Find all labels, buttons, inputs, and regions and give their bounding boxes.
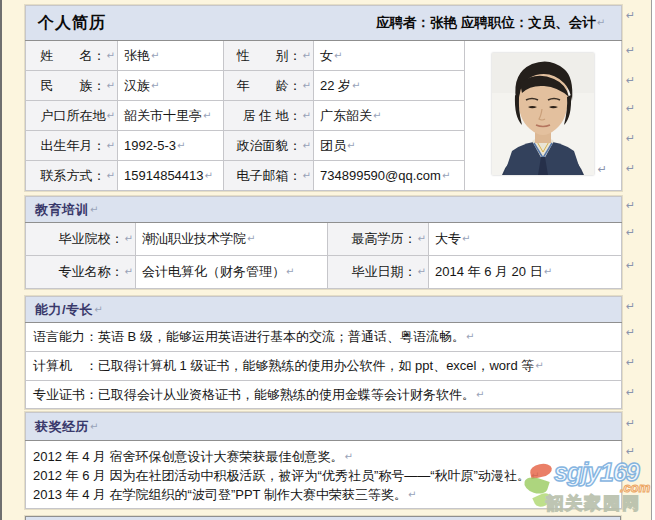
education-section-bar: 教育培训↵ <box>26 197 622 223</box>
field-label-age: 年 龄：↵ <box>224 71 314 101</box>
cell-end-mark-icon: ↵ <box>302 170 312 181</box>
field-label-school: 毕业院校：↵ <box>26 223 136 256</box>
photo-cell: ↵ <box>465 41 622 191</box>
cell-end-mark-icon: ↵ <box>106 170 116 181</box>
table-row: 2012 年 4 月 宿舍环保创意设计大赛荣获最佳创意奖。↵ 2012 年 6 … <box>26 441 622 509</box>
ability-certificate: 专业证书：已取得会计从业资格证书，能够熟练的使用金蝶等会计财务软件。↵ <box>26 381 622 409</box>
table-row: 毕业院校：↵ 潮汕职业技术学院↵ 最高学历：↵ 大专↵ <box>26 223 622 256</box>
field-value-major: 会计电算化（财务管理）↵ <box>136 256 328 289</box>
field-value-political-status: 团员↵ <box>314 131 465 161</box>
row-end-mark: ↵ <box>626 163 635 174</box>
cell-end-mark-icon: ↵ <box>202 110 212 121</box>
table-row: 姓 名：↵ 张艳↵ 性 别：↵ 女↵ <box>26 41 622 71</box>
window-left-edge <box>0 0 2 520</box>
cell-end-mark-icon: ↵ <box>372 110 382 121</box>
cell-end-mark-icon: ↵ <box>598 163 607 176</box>
field-value-degree: 大专↵ <box>429 223 622 256</box>
cell-end-mark-icon: ↵ <box>475 389 485 400</box>
portrait-photo-graphic <box>492 53 594 175</box>
field-value-birthdate: 1992-5-3↵ <box>118 131 224 161</box>
field-value-household: 韶关市十里亭↵ <box>118 101 224 131</box>
field-label-ethnicity: 民 族：↵ <box>26 71 118 101</box>
section-title-abilities: 能力/专长 <box>27 302 93 317</box>
cell-end-mark-icon: ↵ <box>344 451 354 462</box>
cell-end-mark-icon: ↵ <box>351 80 361 91</box>
row-end-mark: ↵ <box>626 327 635 338</box>
cell-end-mark-icon: ↵ <box>285 266 295 277</box>
cell-end-mark-icon: ↵ <box>543 266 553 277</box>
field-value-gender: 女↵ <box>314 41 465 71</box>
row-end-mark: ↵ <box>626 260 635 271</box>
cell-end-mark-icon: ↵ <box>106 80 116 91</box>
paragraph-mark-icon: ↵ <box>89 204 99 215</box>
cell-end-mark-icon: ↵ <box>106 50 116 61</box>
cell-end-mark-icon: ↵ <box>302 110 312 121</box>
paragraph-mark-icon: ↵ <box>89 421 99 432</box>
abilities-section-bar: 能力/专长↵ <box>26 297 622 323</box>
row-end-mark: ↵ <box>626 75 635 86</box>
section-title-education: 教育培训 <box>27 202 89 217</box>
cell-end-mark-icon: ↵ <box>204 170 214 181</box>
applicant-line: 应聘者：张艳 应聘职位：文员、会计↵ <box>376 14 620 32</box>
field-value-name: 张艳↵ <box>118 41 224 71</box>
cell-end-mark-icon: ↵ <box>346 140 356 151</box>
field-label-email: 电子邮箱：↵ <box>224 161 314 191</box>
cell-end-mark-icon: ↵ <box>150 80 160 91</box>
cell-end-mark-icon: ↵ <box>333 50 343 61</box>
field-value-school: 潮汕职业技术学院↵ <box>136 223 328 256</box>
cell-end-mark-icon: ↵ <box>417 233 427 244</box>
row-end-mark: ↵ <box>626 133 635 144</box>
cell-end-mark-icon: ↵ <box>150 50 160 61</box>
field-value-ethnicity: 汉族↵ <box>118 71 224 101</box>
field-value-age: 22 岁↵ <box>314 71 465 101</box>
row-end-mark: ↵ <box>626 200 635 211</box>
table-row: 语言能力：英语 B 级，能够运用英语进行基本的交流；普通话、粤语流畅。↵ <box>26 323 622 352</box>
field-label-residence: 居 住 地：↵ <box>224 101 314 131</box>
field-value-phone: 15914854413↵ <box>118 161 224 191</box>
row-end-mark: ↵ <box>626 227 635 238</box>
row-end-mark: ↵ <box>626 301 635 312</box>
cell-end-mark-icon: ↵ <box>302 50 312 61</box>
cell-end-mark-icon: ↵ <box>530 470 540 481</box>
window-right-strip <box>651 0 655 520</box>
section-title-awards: 获奖经历 <box>27 419 89 434</box>
row-end-mark: ↵ <box>626 418 635 429</box>
paragraph-mark-icon: ↵ <box>596 17 606 28</box>
row-end-mark: ↵ <box>626 10 635 21</box>
row-end-mark: ↵ <box>626 357 635 368</box>
id-photo <box>492 53 594 175</box>
table-row: 专业名称：↵ 会计电算化（财务管理）↵ 毕业日期：↵ 2014 年 6 月 20… <box>26 256 622 289</box>
awards-content: 2012 年 4 月 宿舍环保创意设计大赛荣获最佳创意奖。↵ 2012 年 6 … <box>26 441 622 509</box>
field-label-political-status: 政治面貌：↵ <box>224 131 314 161</box>
resume-header-bar: 个人简历 应聘者：张艳 应聘职位：文员、会计↵ <box>26 6 622 41</box>
watermark-tld: .com <box>620 480 650 495</box>
cell-end-mark-icon: ↵ <box>302 80 312 91</box>
field-label-major: 专业名称：↵ <box>26 256 136 289</box>
cell-end-mark-icon: ↵ <box>461 233 471 244</box>
row-end-mark: ↵ <box>626 446 635 457</box>
row-end-mark: ↵ <box>626 387 635 398</box>
award-line: 2012 年 4 月 宿舍环保创意设计大赛荣获最佳创意奖。↵ <box>33 447 620 466</box>
next-section-sliver <box>25 516 621 520</box>
cell-end-mark-icon: ↵ <box>407 489 417 500</box>
cell-end-mark-icon: ↵ <box>176 140 186 151</box>
field-label-gender: 性 别：↵ <box>224 41 314 71</box>
field-label-phone: 联系方式：↵ <box>26 161 118 191</box>
awards-section-bar: 获奖经历↵ <box>26 413 622 441</box>
cell-end-mark-icon: ↵ <box>246 233 256 244</box>
cell-end-mark-icon: ↵ <box>302 140 312 151</box>
field-value-email: 734899590@qq.com↵ <box>314 161 465 191</box>
table-row: 专业证书：已取得会计从业资格证书，能够熟练的使用金蝶等会计财务软件。↵ <box>26 381 622 409</box>
cell-end-mark-icon: ↵ <box>465 331 475 342</box>
cell-end-mark-icon: ↵ <box>106 110 116 121</box>
row-end-mark: ↵ <box>626 45 635 56</box>
cell-end-mark-icon: ↵ <box>124 233 134 244</box>
row-end-mark: ↵ <box>626 103 635 114</box>
field-label-name: 姓 名：↵ <box>26 41 118 71</box>
education-table: 教育培训↵ 毕业院校：↵ 潮汕职业技术学院↵ 最高学历：↵ 大专↵ 专业名称：↵… <box>25 196 622 289</box>
personal-info-table: 个人简历 应聘者：张艳 应聘职位：文员、会计↵ 姓 名：↵ 张艳↵ 性 别：↵ … <box>25 5 622 191</box>
award-line: 2012 年 6 月 因为在社团活动中积极活跃，被评为“优秀社员”称号——“秋叶… <box>33 466 620 485</box>
cell-end-mark-icon: ↵ <box>417 266 427 277</box>
field-value-graduation-date: 2014 年 6 月 20 日↵ <box>429 256 622 289</box>
cell-end-mark-icon: ↵ <box>124 266 134 277</box>
